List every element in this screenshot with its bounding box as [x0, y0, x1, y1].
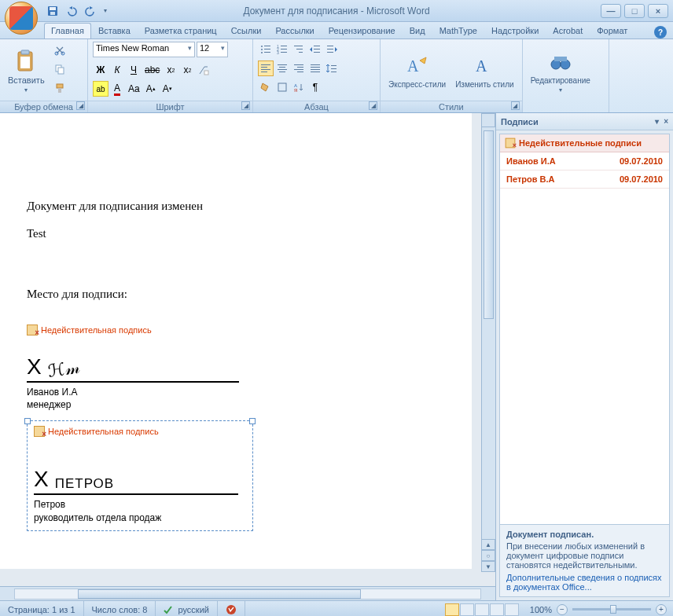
redo-icon[interactable]	[82, 2, 99, 20]
tab-view[interactable]: Вид	[403, 23, 432, 38]
svg-rect-2	[50, 12, 55, 15]
styles-launcher[interactable]: ◢	[511, 101, 520, 110]
save-icon[interactable]	[44, 2, 61, 20]
warning-icon	[506, 138, 516, 148]
status-words[interactable]: Число слов: 8	[84, 601, 156, 616]
strike-button[interactable]: abc	[142, 62, 162, 78]
editing-label: Редактирование	[531, 76, 590, 85]
font-name-combo[interactable]: Times New Roman	[93, 42, 195, 57]
status-page[interactable]: Страница: 1 из 1	[0, 601, 84, 616]
align-right-button[interactable]	[291, 60, 307, 76]
sig-row-2[interactable]: Петров В.А 09.07.2010	[500, 170, 669, 189]
task-pane-close-icon[interactable]: ×	[664, 117, 668, 126]
zoom-in-button[interactable]: +	[656, 604, 667, 615]
align-center-button[interactable]	[274, 60, 290, 76]
maximize-button[interactable]: □	[624, 4, 645, 18]
svg-rect-60	[554, 57, 567, 61]
bullets-button[interactable]	[258, 42, 274, 57]
justify-button[interactable]	[307, 60, 323, 76]
close-button[interactable]: ×	[648, 4, 668, 18]
numbering-button[interactable]: 123	[274, 42, 290, 57]
undo-icon[interactable]	[63, 2, 80, 20]
italic-button[interactable]: К	[109, 62, 125, 78]
signature-block-2[interactable]: Недействительная подпись X ПЕТРОВ Петров…	[27, 420, 253, 530]
paragraph-launcher[interactable]: ◢	[369, 101, 377, 110]
svg-rect-51	[331, 68, 336, 69]
tab-page-layout[interactable]: Разметка страниц	[138, 23, 224, 38]
tab-addons[interactable]: Надстройки	[484, 23, 546, 38]
format-painter-icon[interactable]	[51, 79, 68, 97]
document-area: ▲ ○ ▼ Документ для подписания изменен Te…	[0, 113, 495, 600]
line-spacing-button[interactable]	[324, 60, 340, 76]
clipboard-launcher[interactable]: ◢	[76, 101, 85, 110]
font-launcher[interactable]: ◢	[241, 101, 250, 110]
view-outline[interactable]	[490, 603, 504, 616]
status-lang[interactable]: русский	[156, 601, 217, 616]
next-page-icon[interactable]: ▼	[481, 561, 495, 572]
view-full-screen[interactable]	[460, 603, 474, 616]
paste-button[interactable]: Вставить ▾	[5, 42, 48, 101]
view-draft[interactable]	[505, 603, 519, 616]
zoom-slider[interactable]	[572, 608, 651, 610]
svg-text:3: 3	[277, 50, 279, 54]
svg-rect-4	[21, 50, 29, 54]
signature-block-1[interactable]: Недействительная подпись X ℋ𝓂 Иванов И.А…	[27, 324, 448, 411]
view-print-layout[interactable]	[445, 603, 459, 616]
tab-mathtype[interactable]: MathType	[432, 23, 484, 38]
group-editing: Редактирование ▾ .	[523, 39, 609, 112]
indent-decrease-button[interactable]	[307, 42, 323, 57]
view-web[interactable]	[475, 603, 489, 616]
tab-home[interactable]: Главная	[44, 23, 91, 38]
status-signatures-icon[interactable]	[218, 601, 245, 616]
vertical-scrollbar[interactable]	[481, 127, 495, 572]
invalid-sigs-header: Недействительные подписи	[519, 138, 642, 148]
tab-review[interactable]: Рецензирование	[322, 23, 403, 38]
sort-button[interactable]: AЯ	[291, 79, 307, 95]
office-button[interactable]	[5, 2, 38, 35]
tab-references[interactable]: Ссылки	[224, 23, 269, 38]
tab-insert[interactable]: Вставка	[91, 23, 138, 38]
bold-button[interactable]: Ж	[93, 62, 108, 78]
more-info-link[interactable]: Дополнительные сведения о подписях в док…	[506, 573, 663, 592]
font-size-combo[interactable]: 12	[197, 42, 228, 57]
show-marks-button[interactable]: ¶	[307, 79, 323, 95]
borders-button[interactable]	[274, 79, 290, 95]
indent-increase-button[interactable]	[324, 42, 340, 57]
change-case-button[interactable]: Aa	[126, 81, 142, 97]
align-left-button[interactable]	[258, 60, 274, 76]
tab-mailings[interactable]: Рассылки	[268, 23, 321, 38]
tab-format[interactable]: Формат	[590, 23, 634, 38]
browse-object-icon[interactable]: ○	[481, 550, 495, 561]
multilevel-button[interactable]	[291, 42, 307, 57]
editing-button[interactable]: Редактирование ▾	[528, 42, 594, 101]
sig-row-1-name: Иванов И.А	[506, 156, 556, 166]
qat-customize-icon[interactable]: ▾	[101, 2, 110, 20]
sig-row-1[interactable]: Иванов И.А 09.07.2010	[500, 152, 669, 170]
highlight-button[interactable]: ab	[93, 81, 108, 97]
quick-styles-button[interactable]: A Экспресс-стили	[385, 42, 449, 101]
document-page[interactable]: Документ для подписания изменен Test Мес…	[0, 113, 472, 569]
superscript-button[interactable]: x2	[179, 62, 195, 78]
prev-page-icon[interactable]: ▲	[481, 539, 495, 550]
shading-button[interactable]	[258, 79, 274, 95]
grow-font-button[interactable]: A▴	[143, 81, 159, 97]
horizontal-scrollbar[interactable]	[0, 586, 495, 600]
change-styles-icon: A	[472, 53, 497, 79]
clear-format-icon[interactable]	[196, 62, 211, 78]
minimize-button[interactable]: —	[601, 4, 621, 18]
task-pane-menu-icon[interactable]: ▾	[655, 117, 659, 126]
underline-button[interactable]: Ч	[126, 62, 142, 78]
change-styles-button[interactable]: A Изменить стили	[452, 42, 517, 101]
quick-access-toolbar: ▾	[44, 2, 110, 20]
help-icon[interactable]: ?	[654, 26, 667, 38]
zoom-out-button[interactable]: −	[557, 604, 568, 615]
zoom-value[interactable]: 100%	[530, 605, 552, 614]
copy-icon[interactable]	[51, 60, 68, 78]
shrink-font-button[interactable]: A▾	[160, 81, 175, 97]
subscript-button[interactable]: x2	[163, 62, 178, 78]
cut-icon[interactable]	[51, 42, 68, 59]
ruler-toggle[interactable]	[481, 113, 495, 127]
tab-acrobat[interactable]: Acrobat	[546, 23, 590, 38]
sig-x-mark: X	[27, 354, 42, 380]
font-color-button[interactable]: A	[109, 81, 125, 97]
